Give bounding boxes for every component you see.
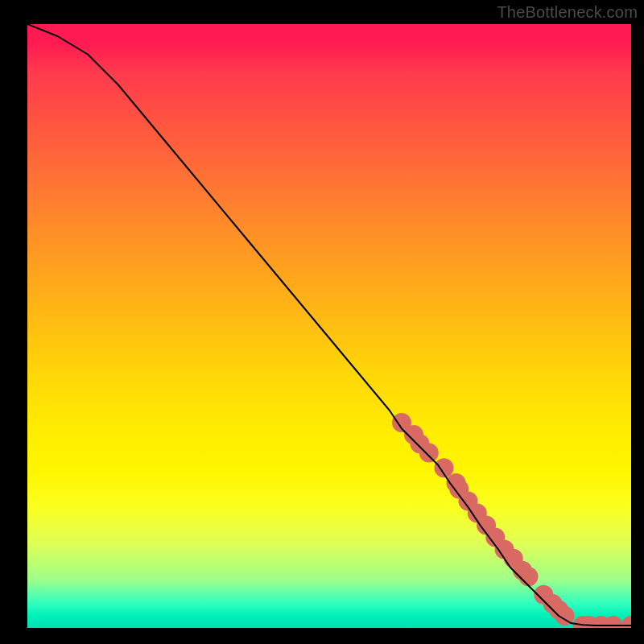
- chart-stage: TheBottleneck.com: [0, 0, 644, 644]
- marker-dot: [519, 567, 539, 586]
- plot-area: [27, 24, 631, 628]
- marker-dot: [419, 444, 439, 463]
- watermark-text: TheBottleneck.com: [497, 3, 638, 22]
- chart-overlay: [27, 24, 631, 628]
- main-curve-line: [27, 24, 631, 625]
- markers-group: [392, 413, 631, 628]
